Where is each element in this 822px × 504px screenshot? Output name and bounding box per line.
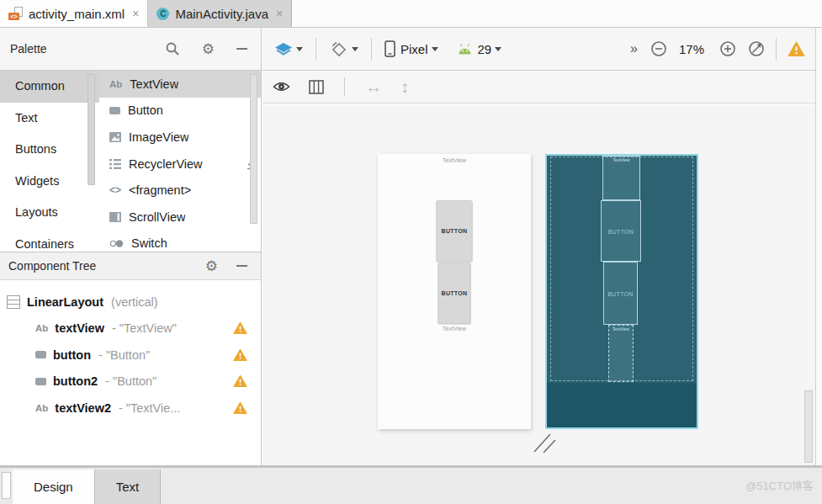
left-tool-panels: Common Text Buttons Widgets Layouts Cont…: [0, 71, 262, 465]
component-tree-title: Component Tree: [8, 259, 96, 273]
palette-category-widgets[interactable]: Widgets: [0, 166, 99, 198]
minimize-icon[interactable]: [236, 48, 247, 50]
palette-category-containers[interactable]: Containers: [0, 229, 99, 253]
palette-category-common[interactable]: Common: [0, 71, 99, 103]
palette-title: Palette: [10, 42, 47, 56]
close-icon[interactable]: ×: [132, 7, 139, 20]
preview-button[interactable]: BUTTON: [437, 200, 473, 262]
design-canvas[interactable]: TextView BUTTON BUTTON TextView TextView…: [263, 104, 815, 465]
editor-mode-bar: Design Text @51CTO博客: [0, 465, 822, 504]
toolbar-divider: [371, 38, 372, 61]
toolbar-divider: [316, 38, 316, 61]
gear-icon[interactable]: ⚙: [202, 42, 215, 56]
toolbar-overflow-chevrons[interactable]: »: [630, 41, 639, 56]
palette-item-recyclerview[interactable]: RecyclerView: [99, 151, 261, 178]
horizontal-resize-icon[interactable]: ↔: [365, 78, 382, 95]
blueprint-button[interactable]: BUTTON: [601, 200, 641, 262]
device-selector-button[interactable]: Pixel: [383, 40, 440, 57]
layers-icon: [274, 42, 293, 56]
warnings-button[interactable]: [788, 41, 805, 57]
zoom-level-label: 17%: [679, 42, 704, 56]
right-tool-window-gutter: [815, 28, 822, 465]
minimize-icon[interactable]: [236, 265, 247, 267]
palette-categories: Common Text Buttons Widgets Layouts Cont…: [0, 71, 99, 252]
warning-icon: [233, 401, 247, 414]
orientation-button[interactable]: [327, 40, 360, 59]
design-preview[interactable]: TextView BUTTON BUTTON TextView: [378, 154, 531, 429]
scrollview-icon: [109, 212, 121, 222]
tab-mainactivity-java[interactable]: C MainActivity.java ×: [148, 0, 292, 27]
view-options-button[interactable]: [273, 81, 290, 93]
vertical-resize-icon[interactable]: ↕: [400, 78, 409, 95]
device-label: Pixel: [400, 42, 428, 56]
palette-item-switch[interactable]: Switch: [99, 231, 261, 252]
toolbar-divider: [344, 77, 345, 96]
xml-layout-file-icon: <>: [8, 7, 23, 20]
palette-category-layouts[interactable]: Layouts: [0, 197, 99, 229]
tab-activity-main-xml[interactable]: <> activity_main.xml ×: [0, 0, 148, 27]
palette-item-fragment[interactable]: <> <fragment>: [99, 177, 261, 204]
watermark: @51CTO博客: [745, 479, 814, 494]
columns-icon: [309, 80, 324, 94]
canvas-toolbar: ↔ ↕: [263, 71, 815, 103]
palette-item-button[interactable]: Button: [99, 98, 261, 125]
preview-textview2[interactable]: TextView: [378, 326, 531, 332]
textview-ab-icon: Ab: [35, 323, 48, 333]
design-toolbar: Pixel 29 » 17%: [263, 28, 815, 70]
design-surface-mode-button[interactable]: [273, 42, 305, 56]
tab-text[interactable]: Text: [94, 470, 162, 504]
tab-label: MainActivity.java: [175, 7, 268, 21]
palette-items-scrollbar[interactable]: [250, 74, 257, 224]
close-icon[interactable]: ×: [276, 7, 283, 20]
main-toolbar: Palette ⚙ Pixel: [0, 28, 822, 71]
eye-icon: [273, 81, 290, 93]
tab-design[interactable]: Design: [13, 470, 94, 504]
tree-node-button[interactable]: button- "Button": [0, 342, 261, 369]
api-level-button[interactable]: 29: [455, 42, 504, 56]
preview-textview[interactable]: TextView: [378, 157, 531, 163]
switch-icon: [109, 239, 124, 248]
blueprint-navigation-area: [547, 383, 697, 427]
palette-item-textview[interactable]: Ab TextView: [99, 71, 261, 98]
zoom-out-button[interactable]: [650, 40, 667, 57]
chevron-down-icon: [352, 47, 358, 51]
canvas-vertical-scrollbar[interactable]: [804, 390, 813, 463]
palette-item-scrollview[interactable]: ScrollView: [99, 204, 261, 231]
tree-node-textview2[interactable]: Ab textView2- "TextVie...: [0, 395, 261, 422]
android-studio-layout-editor: <> activity_main.xml × C MainActivity.ja…: [0, 0, 822, 504]
button-icon: [109, 107, 120, 114]
blueprint-preview[interactable]: TextView BUTTON BUTTON TextView: [545, 154, 698, 429]
linearlayout-icon: [7, 295, 20, 309]
editor-tabbar: <> activity_main.xml × C MainActivity.ja…: [0, 0, 822, 28]
categories-scrollbar[interactable]: [88, 74, 95, 185]
tree-node-button2[interactable]: button2- "Button": [0, 369, 261, 395]
zoom-to-fit-button[interactable]: [748, 40, 765, 57]
tree-node-linearlayout[interactable]: LinearLayout(vertical): [0, 289, 261, 316]
search-icon[interactable]: [165, 41, 180, 56]
gear-icon[interactable]: ⚙: [205, 259, 218, 273]
warning-icon: [233, 322, 247, 335]
mode-bar-notch: [2, 472, 11, 499]
palette-category-buttons[interactable]: Buttons: [0, 134, 99, 166]
palette-category-text[interactable]: Text: [0, 103, 99, 135]
zoom-out-icon: [650, 40, 667, 57]
api-level-label: 29: [478, 42, 492, 56]
chevron-down-icon: [296, 47, 303, 51]
guidelines-button[interactable]: [309, 80, 324, 94]
preview-button2[interactable]: BUTTON: [438, 263, 471, 324]
button-icon: [35, 351, 46, 358]
tree-node-textview[interactable]: Ab textView- "TextView": [0, 316, 261, 342]
toolbar-divider: [776, 38, 777, 61]
palette-panel: Common Text Buttons Widgets Layouts Cont…: [0, 71, 261, 252]
button-icon: [35, 378, 46, 385]
blueprint-textview2[interactable]: TextView: [608, 325, 634, 382]
canvas-resize-handle[interactable]: [533, 432, 556, 454]
palette-item-imageview[interactable]: ImageView: [99, 124, 261, 151]
blueprint-button2[interactable]: BUTTON: [603, 262, 638, 325]
textview-ab-icon: Ab: [35, 403, 48, 413]
chevron-down-icon: [432, 47, 438, 51]
zoom-in-button[interactable]: [719, 40, 736, 57]
warning-icon: [233, 375, 247, 388]
fragment-icon: <>: [109, 184, 121, 196]
blueprint-textview[interactable]: TextView: [602, 156, 640, 200]
